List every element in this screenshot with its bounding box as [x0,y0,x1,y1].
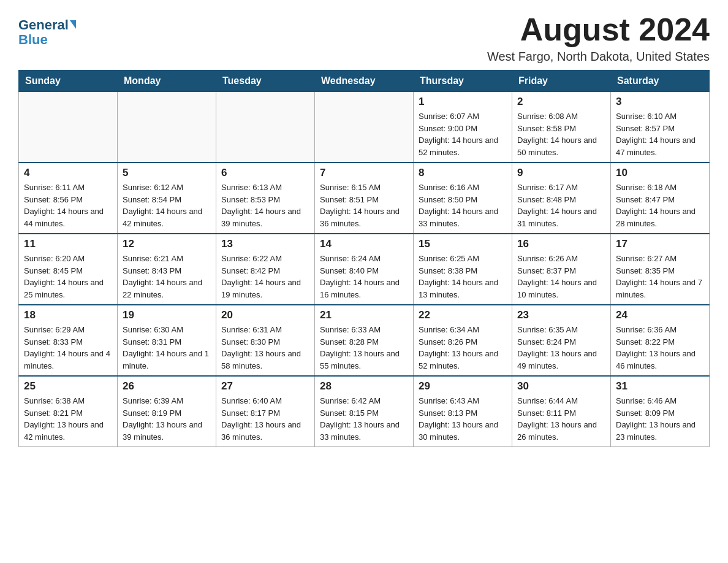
day-number: 7 [320,167,408,179]
calendar-cell: 14Sunrise: 6:24 AM Sunset: 8:40 PM Dayli… [315,234,414,305]
header-friday: Friday [512,71,611,92]
calendar-cell: 29Sunrise: 6:43 AM Sunset: 8:13 PM Dayli… [414,376,512,447]
calendar-subtitle: West Fargo, North Dakota, United States [487,50,710,64]
calendar-cell: 24Sunrise: 6:36 AM Sunset: 8:22 PM Dayli… [611,305,710,376]
day-number: 5 [123,167,211,179]
day-number: 12 [123,238,211,250]
calendar-cell: 8Sunrise: 6:16 AM Sunset: 8:50 PM Daylig… [414,163,512,234]
day-info: Sunrise: 6:31 AM Sunset: 8:30 PM Dayligh… [221,324,309,372]
day-number: 4 [24,167,112,179]
calendar-cell: 12Sunrise: 6:21 AM Sunset: 8:43 PM Dayli… [118,234,216,305]
calendar-cell: 11Sunrise: 6:20 AM Sunset: 8:45 PM Dayli… [19,234,118,305]
calendar-cell: 26Sunrise: 6:39 AM Sunset: 8:19 PM Dayli… [118,376,216,447]
day-number: 19 [123,309,211,321]
calendar-week-row-4: 18Sunrise: 6:29 AM Sunset: 8:33 PM Dayli… [19,305,710,376]
calendar-cell: 16Sunrise: 6:26 AM Sunset: 8:37 PM Dayli… [512,234,611,305]
day-number: 17 [616,238,704,250]
day-info: Sunrise: 6:10 AM Sunset: 8:57 PM Dayligh… [616,110,704,158]
day-info: Sunrise: 6:20 AM Sunset: 8:45 PM Dayligh… [24,253,112,301]
calendar-cell: 25Sunrise: 6:38 AM Sunset: 8:21 PM Dayli… [19,376,118,447]
calendar-cell: 17Sunrise: 6:27 AM Sunset: 8:35 PM Dayli… [611,234,710,305]
calendar-cell: 18Sunrise: 6:29 AM Sunset: 8:33 PM Dayli… [19,305,118,376]
day-info: Sunrise: 6:12 AM Sunset: 8:54 PM Dayligh… [123,182,211,229]
day-number: 21 [320,309,408,321]
logo: General Blue [18,18,76,48]
logo-triangle-icon [70,20,76,29]
day-info: Sunrise: 6:24 AM Sunset: 8:40 PM Dayligh… [320,253,408,301]
calendar-cell: 30Sunrise: 6:44 AM Sunset: 8:11 PM Dayli… [512,376,611,447]
day-info: Sunrise: 6:38 AM Sunset: 8:21 PM Dayligh… [24,395,112,443]
calendar-cell: 23Sunrise: 6:35 AM Sunset: 8:24 PM Dayli… [512,305,611,376]
day-number: 9 [517,167,605,179]
day-info: Sunrise: 6:40 AM Sunset: 8:17 PM Dayligh… [221,395,309,443]
day-info: Sunrise: 6:26 AM Sunset: 8:37 PM Dayligh… [517,253,605,301]
calendar-title: August 2024 [487,12,710,47]
day-number: 22 [419,309,507,321]
calendar-cell [216,92,315,163]
logo-blue: Blue [18,32,48,48]
calendar-week-row-2: 4Sunrise: 6:11 AM Sunset: 8:56 PM Daylig… [19,163,710,234]
calendar-cell: 21Sunrise: 6:33 AM Sunset: 8:28 PM Dayli… [315,305,414,376]
calendar-cell: 2Sunrise: 6:08 AM Sunset: 8:58 PM Daylig… [512,92,611,163]
header-tuesday: Tuesday [216,71,315,92]
calendar-week-row-5: 25Sunrise: 6:38 AM Sunset: 8:21 PM Dayli… [19,376,710,447]
day-info: Sunrise: 6:34 AM Sunset: 8:26 PM Dayligh… [419,324,507,372]
calendar-cell [19,92,118,163]
day-number: 8 [419,167,507,179]
day-number: 27 [221,380,309,393]
day-number: 24 [616,309,704,321]
page-header: General Blue August 2024 West Fargo, Nor… [18,12,710,64]
calendar-header-row: Sunday Monday Tuesday Wednesday Thursday… [19,71,710,92]
header-thursday: Thursday [414,71,512,92]
day-number: 25 [24,380,112,393]
day-number: 13 [221,238,309,250]
day-info: Sunrise: 6:36 AM Sunset: 8:22 PM Dayligh… [616,324,704,372]
day-number: 1 [419,96,507,108]
calendar-cell: 1Sunrise: 6:07 AM Sunset: 9:00 PM Daylig… [414,92,512,163]
calendar-table: Sunday Monday Tuesday Wednesday Thursday… [18,70,710,447]
day-info: Sunrise: 6:39 AM Sunset: 8:19 PM Dayligh… [123,395,211,443]
header-wednesday: Wednesday [315,71,414,92]
calendar-cell: 5Sunrise: 6:12 AM Sunset: 8:54 PM Daylig… [118,163,216,234]
calendar-cell [315,92,414,163]
day-info: Sunrise: 6:35 AM Sunset: 8:24 PM Dayligh… [517,324,605,372]
day-number: 15 [419,238,507,250]
day-info: Sunrise: 6:11 AM Sunset: 8:56 PM Dayligh… [24,182,112,229]
day-number: 18 [24,309,112,321]
calendar-cell: 20Sunrise: 6:31 AM Sunset: 8:30 PM Dayli… [216,305,315,376]
header-sunday: Sunday [19,71,118,92]
calendar-cell: 27Sunrise: 6:40 AM Sunset: 8:17 PM Dayli… [216,376,315,447]
day-info: Sunrise: 6:16 AM Sunset: 8:50 PM Dayligh… [419,182,507,229]
calendar-cell: 13Sunrise: 6:22 AM Sunset: 8:42 PM Dayli… [216,234,315,305]
day-number: 26 [123,380,211,393]
day-number: 31 [616,380,704,393]
calendar-cell: 31Sunrise: 6:46 AM Sunset: 8:09 PM Dayli… [611,376,710,447]
calendar-cell: 6Sunrise: 6:13 AM Sunset: 8:53 PM Daylig… [216,163,315,234]
day-info: Sunrise: 6:30 AM Sunset: 8:31 PM Dayligh… [123,324,211,372]
day-info: Sunrise: 6:07 AM Sunset: 9:00 PM Dayligh… [419,110,507,158]
day-info: Sunrise: 6:29 AM Sunset: 8:33 PM Dayligh… [24,324,112,372]
day-info: Sunrise: 6:46 AM Sunset: 8:09 PM Dayligh… [616,395,704,443]
calendar-cell: 19Sunrise: 6:30 AM Sunset: 8:31 PM Dayli… [118,305,216,376]
day-number: 20 [221,309,309,321]
header-saturday: Saturday [611,71,710,92]
title-block: August 2024 West Fargo, North Dakota, Un… [487,12,710,64]
calendar-cell: 7Sunrise: 6:15 AM Sunset: 8:51 PM Daylig… [315,163,414,234]
calendar-cell: 3Sunrise: 6:10 AM Sunset: 8:57 PM Daylig… [611,92,710,163]
day-number: 29 [419,380,507,393]
day-info: Sunrise: 6:33 AM Sunset: 8:28 PM Dayligh… [320,324,408,372]
day-number: 3 [616,96,704,108]
calendar-cell [118,92,216,163]
day-number: 11 [24,238,112,250]
calendar-cell: 15Sunrise: 6:25 AM Sunset: 8:38 PM Dayli… [414,234,512,305]
day-info: Sunrise: 6:44 AM Sunset: 8:11 PM Dayligh… [517,395,605,443]
calendar-cell: 9Sunrise: 6:17 AM Sunset: 8:48 PM Daylig… [512,163,611,234]
day-info: Sunrise: 6:27 AM Sunset: 8:35 PM Dayligh… [616,253,704,301]
day-info: Sunrise: 6:08 AM Sunset: 8:58 PM Dayligh… [517,110,605,158]
logo-general: General [18,18,69,32]
day-info: Sunrise: 6:15 AM Sunset: 8:51 PM Dayligh… [320,182,408,229]
day-info: Sunrise: 6:17 AM Sunset: 8:48 PM Dayligh… [517,182,605,229]
day-info: Sunrise: 6:22 AM Sunset: 8:42 PM Dayligh… [221,253,309,301]
header-monday: Monday [118,71,216,92]
day-info: Sunrise: 6:25 AM Sunset: 8:38 PM Dayligh… [419,253,507,301]
